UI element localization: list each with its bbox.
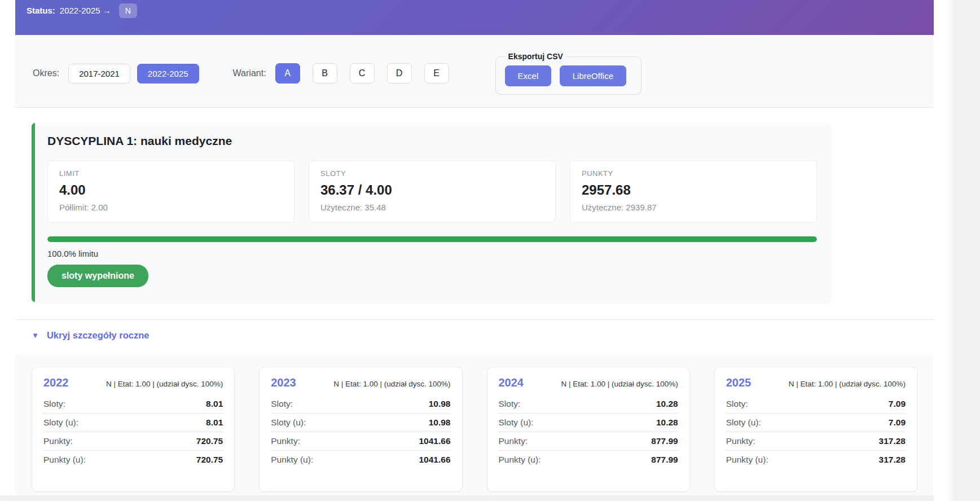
metric-sub: Użyteczne: 2939.87 <box>582 203 805 212</box>
year-card-2023: 2023 N | Etat: 1.00 | (udział dysc. 100%… <box>259 367 462 492</box>
year-card-header: 2023 N | Etat: 1.00 | (udział dysc. 100%… <box>271 376 450 389</box>
stat-label: Sloty (u): <box>271 417 306 428</box>
toggle-yearly-details-link[interactable]: ▼ Ukryj szczegóły roczne <box>32 330 149 341</box>
wariant-button-d[interactable]: D <box>387 63 412 84</box>
year-stat-row: Sloty: 8.01 <box>43 395 223 414</box>
export-csv-group: Eksportuj CSV Excel LibreOffice <box>495 52 641 95</box>
metric-value: 4.00 <box>59 182 283 198</box>
year-card-2025: 2025 N | Etat: 1.00 | (udział dysc. 100%… <box>714 367 917 492</box>
discipline-card: DYSCYPLINA 1: nauki medyczne LIMIT 4.00 … <box>32 123 830 302</box>
metric-card-punkty: PUNKTY 2957.68 Użyteczne: 2939.87 <box>570 160 817 223</box>
year-stat-row: Sloty (u): 8.01 <box>43 414 223 432</box>
status-value: 2022-2025 → <box>60 6 111 15</box>
wariant-button-e[interactable]: E <box>424 63 449 84</box>
metric-sub: Półlimit: 2.00 <box>59 203 283 212</box>
year-card-header: 2022 N | Etat: 1.00 | (udział dysc. 100%… <box>43 376 223 389</box>
year-card-2022: 2022 N | Etat: 1.00 | (udział dysc. 100%… <box>32 367 235 492</box>
stat-label: Punkty (u): <box>271 455 313 465</box>
stat-value: 10.28 <box>656 399 678 409</box>
year-stat-row: Punkty: 317.28 <box>726 432 906 451</box>
metric-label: SLOTY <box>320 169 544 178</box>
right-gutter <box>955 0 980 501</box>
stat-label: Sloty: <box>271 399 293 409</box>
scrollbar[interactable] <box>934 0 955 501</box>
metric-label: LIMIT <box>59 169 283 178</box>
year-stat-row: Sloty: 7.09 <box>726 395 906 414</box>
metric-value: 36.37 / 4.00 <box>320 182 544 198</box>
stat-label: Punkty (u): <box>499 455 541 465</box>
year-cards-section: 2022 N | Etat: 1.00 | (udział dysc. 100%… <box>15 354 934 495</box>
metric-label: PUNKTY <box>582 169 805 178</box>
app-column: Status: 2022-2025 → N Okres: 2017-2021 2… <box>15 0 934 495</box>
stat-value: 317.28 <box>879 436 906 446</box>
year-stat-row: Punkty: 1041.66 <box>271 432 450 451</box>
stat-value: 720.75 <box>196 436 223 446</box>
metric-value: 2957.68 <box>582 182 805 198</box>
year-card-header: 2025 N | Etat: 1.00 | (udział dysc. 100%… <box>726 376 906 389</box>
wariant-button-b[interactable]: B <box>313 63 337 84</box>
year-meta: N | Etat: 1.00 | (udział dysc. 100%) <box>333 380 450 388</box>
stat-label: Punkty (u): <box>43 455 86 465</box>
year-stat-row: Punkty: 720.75 <box>43 432 223 451</box>
stat-label: Punkty (u): <box>726 455 768 465</box>
year-card-2024: 2024 N | Etat: 1.00 | (udział dysc. 100%… <box>487 367 690 492</box>
stat-value: 877.99 <box>651 436 678 446</box>
year-number: 2023 <box>271 376 296 389</box>
filter-bar: Okres: 2017-2021 2022-2025 Wariant: A B … <box>15 35 934 108</box>
status-label: Status: <box>27 6 55 15</box>
year-stat-row: Punkty (u): 1041.66 <box>271 451 450 469</box>
year-number: 2024 <box>499 376 524 389</box>
stat-value: 7.09 <box>889 417 906 428</box>
year-stat-row: Sloty (u): 10.98 <box>271 414 450 432</box>
stat-label: Punkty: <box>726 436 755 446</box>
year-stat-row: Punkty (u): 720.75 <box>43 451 223 469</box>
status-badge: N <box>119 3 137 18</box>
year-stat-row: Sloty (u): 10.28 <box>499 414 678 432</box>
year-card-header: 2024 N | Etat: 1.00 | (udział dysc. 100%… <box>499 376 678 389</box>
export-libreoffice-button[interactable]: LibreOffice <box>560 65 626 86</box>
wariant-button-c[interactable]: C <box>350 63 375 84</box>
toggle-yearly-details-label: Ukryj szczegóły roczne <box>47 330 150 341</box>
stat-label: Punkty: <box>271 436 300 446</box>
stat-label: Punkty: <box>499 436 528 446</box>
bottom-gutter <box>0 495 955 501</box>
status-bar: Status: 2022-2025 → N <box>15 0 934 35</box>
wariant-label: Wariant: <box>233 68 266 78</box>
limit-progress-fill <box>47 236 817 242</box>
export-csv-legend: Eksportuj CSV <box>505 52 566 61</box>
stat-value: 317.28 <box>879 455 906 465</box>
stat-value: 1041.66 <box>419 455 450 465</box>
slots-filled-badge: sloty wypełnione <box>47 265 148 287</box>
stat-label: Sloty: <box>499 399 521 409</box>
year-stat-row: Sloty: 10.28 <box>499 395 678 414</box>
year-stat-row: Punkty (u): 877.99 <box>499 451 678 469</box>
metric-card-sloty: SLOTY 36.37 / 4.00 Użyteczne: 35.48 <box>309 160 556 223</box>
year-stat-row: Sloty (u): 7.09 <box>726 414 906 432</box>
stat-value: 8.01 <box>206 399 223 409</box>
stat-label: Sloty: <box>43 399 65 409</box>
discipline-section: DYSCYPLINA 1: nauki medyczne LIMIT 4.00 … <box>15 108 934 320</box>
limit-progress-bar <box>47 236 817 242</box>
metric-sub: Użyteczne: 35.48 <box>320 203 544 212</box>
wariant-button-a[interactable]: A <box>275 63 300 84</box>
okres-button-2017-2021[interactable]: 2017-2021 <box>68 64 130 84</box>
year-stat-row: Punkty: 877.99 <box>499 432 678 451</box>
stat-label: Sloty (u): <box>499 417 534 428</box>
stat-label: Sloty (u): <box>726 417 761 428</box>
export-excel-button[interactable]: Excel <box>505 65 552 86</box>
okres-button-2022-2025[interactable]: 2022-2025 <box>137 64 199 84</box>
stat-value: 10.98 <box>429 417 451 428</box>
stat-label: Punkty: <box>43 436 73 446</box>
okres-label: Okres: <box>33 68 59 78</box>
stat-value: 877.99 <box>651 455 678 465</box>
year-meta: N | Etat: 1.00 | (udział dysc. 100%) <box>106 380 223 388</box>
stat-value: 7.09 <box>889 399 906 409</box>
year-meta: N | Etat: 1.00 | (udział dysc. 100%) <box>789 380 906 388</box>
stat-value: 1041.66 <box>419 436 450 446</box>
stat-value: 8.01 <box>206 417 223 428</box>
metric-card-limit: LIMIT 4.00 Półlimit: 2.00 <box>47 160 295 223</box>
year-number: 2025 <box>726 376 752 389</box>
stat-value: 10.28 <box>656 417 678 428</box>
discipline-title: DYSCYPLINA 1: nauki medyczne <box>47 134 817 148</box>
year-meta: N | Etat: 1.00 | (udział dysc. 100%) <box>561 380 678 388</box>
